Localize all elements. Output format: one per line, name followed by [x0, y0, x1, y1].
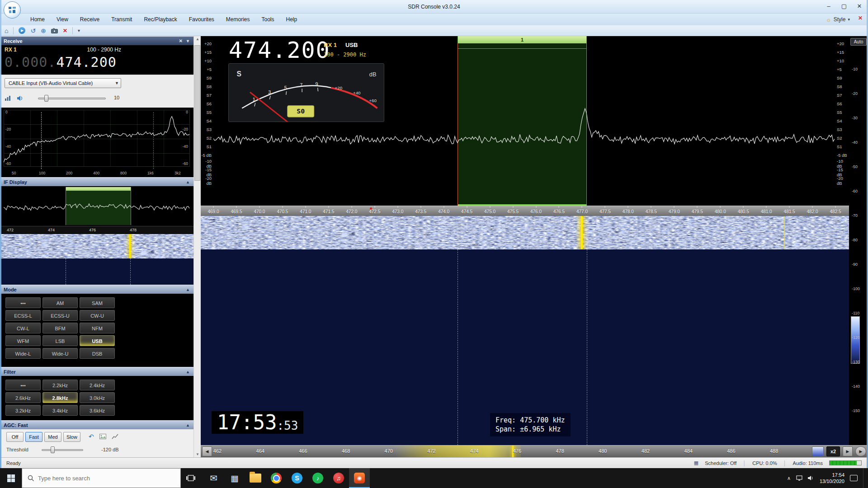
mode-button-usb[interactable]: USB	[80, 335, 115, 346]
agc-button-med[interactable]: Med	[44, 432, 61, 442]
nav-right-button[interactable]: ▶	[843, 446, 853, 456]
receive-header[interactable]: Receive ✕ ▼	[0, 36, 193, 45]
if-spectrum[interactable]	[0, 186, 193, 226]
delete-icon[interactable]: ✕	[63, 25, 67, 36]
filter-button-28khz[interactable]: 2.8kHz	[42, 392, 78, 403]
menu-item-receive[interactable]: Receive	[74, 14, 105, 25]
collapse-icon[interactable]: ▲	[186, 178, 190, 187]
auto-button[interactable]: Auto	[850, 38, 867, 46]
mode-button-sam[interactable]: SAM	[80, 297, 115, 308]
collapse-icon[interactable]: ▲	[186, 421, 190, 430]
filter-header[interactable]: Filter ▲	[0, 367, 193, 376]
filter-button-more[interactable]: •••	[5, 380, 41, 390]
menu-item-view[interactable]: View	[51, 14, 74, 25]
style-selector[interactable]: ☼ Style ▾	[826, 14, 850, 25]
filter-button-26khz[interactable]: 2.6kHz	[5, 392, 41, 403]
minimize-button[interactable]: –	[821, 0, 836, 13]
panel-scrollbar[interactable]: ▲ ▼	[193, 36, 201, 457]
mode-button-cwu[interactable]: CW-U	[80, 310, 115, 321]
panel-close-icon[interactable]: ✕	[179, 37, 183, 46]
filter-button-30khz[interactable]: 3.0kHz	[80, 392, 115, 403]
menu-item-tools[interactable]: Tools	[256, 14, 280, 25]
taskbar-app-music[interactable]	[328, 468, 349, 488]
audio-device-select[interactable]: CABLE Input (VB-Audio Virtual Cable) ▼	[5, 78, 121, 88]
notification-center-icon[interactable]	[850, 475, 858, 481]
menu-item-memories[interactable]: Memories	[220, 14, 256, 25]
audio-spectrum-graph[interactable]: 00-20-20-40-40-60-60501002004008001k63k2	[0, 108, 193, 177]
camera-icon[interactable]	[51, 28, 58, 33]
scrollbar-thumb[interactable]	[194, 45, 200, 181]
scroll-up-icon[interactable]: ▲	[194, 37, 201, 41]
if-display-header[interactable]: IF Display ▲	[0, 177, 193, 186]
threshold-slider-thumb[interactable]	[51, 446, 55, 453]
nav-zoom-button[interactable]: x2	[826, 446, 840, 456]
speaker-icon[interactable]	[17, 95, 24, 101]
nav-cycle-button[interactable]: ▶	[855, 446, 866, 456]
scroll-down-icon[interactable]: ▼	[194, 452, 201, 456]
volume-tray-icon[interactable]	[808, 475, 814, 481]
if-waterfall[interactable]	[0, 234, 193, 258]
mode-button-bfm[interactable]: BFM	[42, 323, 78, 333]
filter-button-34khz[interactable]: 3.4kHz	[42, 405, 78, 416]
mode-button-wideu[interactable]: Wide-U	[42, 348, 78, 359]
taskbar-app-chrome[interactable]	[266, 468, 287, 488]
main-frequency-display[interactable]: 474.200	[229, 37, 330, 63]
filter-button-32khz[interactable]: 3.2kHz	[5, 405, 41, 416]
mode-button-dsb[interactable]: DSB	[80, 348, 115, 359]
threshold-slider[interactable]	[42, 449, 83, 451]
mode-button-cwl[interactable]: CW-L	[5, 323, 41, 333]
band-navigation-bar[interactable]: ◀ x2 ▶ ▶ 4624644664684704724744764784804…	[201, 445, 868, 457]
mode-button-ecssl[interactable]: ECSS-L	[5, 310, 41, 321]
frequency-display[interactable]: 0.000.474.200	[5, 54, 117, 70]
waterfall[interactable]	[201, 216, 849, 249]
start-radio-icon[interactable]: ▶	[19, 27, 25, 34]
ribbon-close-icon[interactable]: ✕	[858, 15, 863, 21]
mode-button-nfm[interactable]: NFM	[80, 323, 115, 333]
home-icon[interactable]: ⌂	[5, 25, 8, 36]
search-input[interactable]	[38, 475, 169, 482]
show-desktop-button[interactable]	[863, 468, 865, 488]
nav-left-button[interactable]: ◀	[202, 446, 212, 456]
agc-header[interactable]: AGC: Fast ▲	[0, 420, 193, 429]
taskbar-app-skype[interactable]	[287, 468, 307, 488]
waterfall-history[interactable]: 17:53 :53 Freq: 475.700 kHz Span: ±6.965…	[201, 249, 849, 445]
menu-item-recplayback[interactable]: Rec/Playback	[138, 14, 183, 25]
app-logo-icon[interactable]	[4, 1, 21, 19]
mode-button-more[interactable]: •••	[5, 297, 41, 308]
close-button[interactable]: ✕	[852, 0, 867, 13]
tray-clock[interactable]: 17:54 13/10/2020	[820, 472, 844, 484]
mode-button-wfm[interactable]: WFM	[5, 335, 41, 346]
start-button[interactable]	[0, 468, 22, 488]
maximize-button[interactable]: ▢	[836, 0, 852, 13]
equalizer-icon[interactable]	[5, 95, 11, 101]
mode-button-lsb[interactable]: LSB	[42, 335, 78, 346]
filter-button-24khz[interactable]: 2.4kHz	[80, 380, 115, 390]
collapse-icon[interactable]: ▲	[186, 367, 190, 376]
agc-undo-icon[interactable]: ↶	[89, 433, 94, 440]
agc-button-off[interactable]: Off	[6, 432, 24, 442]
taskbar-app-store[interactable]	[224, 468, 245, 488]
filter-button-22khz[interactable]: 2.2kHz	[42, 380, 78, 390]
agc-button-fast[interactable]: Fast	[25, 432, 42, 442]
display-icon[interactable]	[796, 475, 802, 481]
toolbar-overflow-icon[interactable]: ▾	[78, 25, 80, 36]
collapse-icon[interactable]: ▲	[186, 285, 190, 294]
chart-icon[interactable]	[112, 434, 118, 439]
picture-icon[interactable]	[99, 434, 106, 439]
mode-button-am[interactable]: AM	[42, 297, 78, 308]
mode-button-widel[interactable]: Wide-L	[5, 348, 41, 359]
undo-icon[interactable]: ↺	[30, 25, 36, 36]
menu-item-home[interactable]: Home	[24, 14, 51, 25]
volume-slider-thumb[interactable]	[44, 95, 48, 102]
taskbar-app-sdr-console[interactable]	[349, 468, 370, 488]
menu-item-help[interactable]: Help	[280, 14, 303, 25]
collapse-icon[interactable]: ▼	[186, 37, 190, 46]
agc-button-slow[interactable]: Slow	[63, 432, 80, 442]
taskbar-app-mail[interactable]	[203, 468, 224, 488]
mode-header[interactable]: Mode ▲	[0, 285, 193, 294]
tray-expand-icon[interactable]: ∧	[787, 475, 791, 481]
add-icon[interactable]: ⊕	[41, 25, 46, 36]
taskbar-app-file-explorer[interactable]	[245, 468, 266, 488]
nav-waterfall-button[interactable]	[812, 446, 824, 456]
menu-item-favourites[interactable]: Favourites	[183, 14, 220, 25]
